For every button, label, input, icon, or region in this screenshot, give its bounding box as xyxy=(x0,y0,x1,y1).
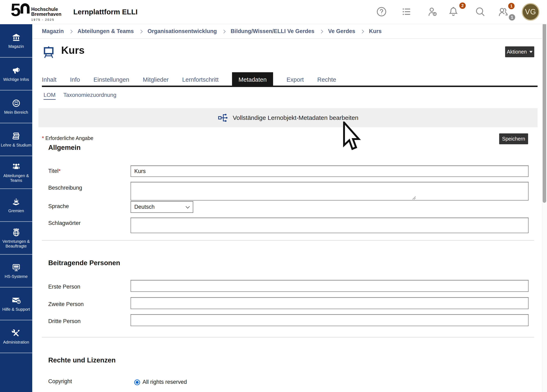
sidebar-item-mein-bereich[interactable]: Mein Bereich xyxy=(0,90,32,123)
chevron-right-icon xyxy=(69,30,73,33)
tab-bar: Inhalt Info Einstellungen Mitglieder Ler… xyxy=(42,72,350,87)
sidebar-item-hs-systeme[interactable]: HS-Systeme xyxy=(0,254,32,287)
tab-rechte[interactable]: Rechte xyxy=(317,72,336,87)
erste-person-label: Erste Person xyxy=(48,284,80,290)
app-title: Lernplattform ELLI xyxy=(73,8,137,16)
breadcrumb-item[interactable]: Bildung/Wissen/ELLI Ve Gerdes xyxy=(231,28,314,34)
copyright-radio-selected[interactable] xyxy=(134,379,140,385)
sidebar-item-gremien[interactable]: Gremien xyxy=(0,189,32,221)
hochschule-bremerhaven-logo[interactable]: 5 Hochschule Bremerhaven 1975 - 2025 xyxy=(11,1,62,21)
books-icon xyxy=(12,131,21,141)
tab-metadaten-active[interactable]: Metadaten xyxy=(232,72,273,87)
titel-input[interactable] xyxy=(130,165,528,177)
actions-button[interactable]: Aktionen xyxy=(505,46,534,57)
subtab-taxonomiezuordnung[interactable]: Taxonomiezuordnung xyxy=(63,92,116,98)
scrollbar-thumb[interactable] xyxy=(543,23,546,203)
search-icon[interactable] xyxy=(474,5,486,18)
list-icon[interactable] xyxy=(400,5,413,18)
logo-arch-glyph xyxy=(21,3,30,14)
subtab-lom[interactable]: LOM xyxy=(43,92,56,100)
breadcrumb: Magazin Abteilungen & Teams Organisation… xyxy=(32,24,542,39)
dritte-person-label: Dritte Person xyxy=(48,318,81,324)
logo-name: Hochschule Bremerhaven xyxy=(31,7,62,17)
breadcrumb-item[interactable]: Organisationsentwicklung xyxy=(148,28,217,34)
schlagwoerter-label: Schlagwörter xyxy=(48,220,81,226)
notifications-bell-icon[interactable] xyxy=(447,5,460,18)
user-avatar[interactable]: VG xyxy=(522,3,539,21)
sidebar-item-vertretungen-beauftragte[interactable]: Vertretungen & Beauftragte xyxy=(0,221,32,254)
logo-50-glyph: 5 xyxy=(11,1,20,19)
globe-people-icon xyxy=(12,228,21,237)
section-heading-allgemein: Allgemein xyxy=(48,144,81,151)
schlagwoerter-input[interactable] xyxy=(130,217,528,233)
erste-person-input[interactable] xyxy=(130,280,528,292)
chevron-right-icon xyxy=(319,30,323,33)
page-title: Kurs xyxy=(61,44,85,56)
contacts-new-badge: 1 xyxy=(508,3,514,9)
chevron-right-icon xyxy=(360,30,364,33)
bank-icon xyxy=(12,33,21,42)
copyright-option-label: All rights reserved xyxy=(143,379,187,385)
chevron-right-icon xyxy=(222,30,226,33)
monitor-icon xyxy=(12,263,21,272)
titel-required-star: * xyxy=(59,168,61,174)
mail-question-icon xyxy=(12,296,21,305)
dritte-person-input[interactable] xyxy=(130,314,528,326)
sidebar-item-lehre-studium[interactable]: Lehre & Studium xyxy=(0,123,32,155)
megaphone-icon xyxy=(12,66,21,75)
breadcrumb-item[interactable]: Ve Gerdes xyxy=(328,28,355,34)
contacts-seen-badge: 1 xyxy=(509,14,515,20)
notifications-badge: 2 xyxy=(459,2,466,9)
titel-label: Titel* xyxy=(48,168,61,174)
chevron-down-icon xyxy=(186,204,190,209)
edit-full-metadata-button[interactable]: Vollständige Lernobjekt-Metadaten bearbe… xyxy=(38,108,538,127)
metadata-tree-icon xyxy=(218,112,229,123)
breadcrumb-item[interactable]: Magazin xyxy=(42,28,64,34)
help-icon[interactable] xyxy=(375,5,388,18)
tab-export[interactable]: Export xyxy=(287,72,304,87)
zweite-person-input[interactable] xyxy=(130,297,528,309)
copyright-label: Copyright xyxy=(48,378,72,385)
tab-mitglieder[interactable]: Mitglieder xyxy=(143,72,169,87)
zweite-person-label: Zweite Person xyxy=(48,301,84,307)
section-heading-beitragende: Beitragende Personen xyxy=(48,259,120,267)
subtab-bar: LOM Taxonomiezuordnung xyxy=(43,92,116,100)
beschreibung-textarea[interactable] xyxy=(130,182,528,201)
who-is-online-icon[interactable] xyxy=(426,5,439,18)
sprache-label: Sprache xyxy=(48,203,69,210)
sidebar-filler xyxy=(0,353,32,392)
top-header: 5 Hochschule Bremerhaven 1975 - 2025 Ler… xyxy=(0,0,547,24)
caret-down-icon xyxy=(529,51,533,53)
sidebar-item-magazin[interactable]: Magazin xyxy=(0,24,32,57)
logo-years: 1975 - 2025 xyxy=(31,18,62,21)
sidebar-item-abteilungen-teams[interactable]: Abteilungen & Teams xyxy=(0,155,32,189)
tab-info[interactable]: Info xyxy=(70,72,80,87)
tab-inhalt[interactable]: Inhalt xyxy=(42,72,56,87)
section-heading-rechte: Rechte und Lizenzen xyxy=(48,356,116,364)
main-sidebar: Magazin Wichtige Infos Mein Bereich Lehr… xyxy=(0,24,32,392)
beschreibung-label: Beschreibung xyxy=(48,185,82,191)
sidebar-item-hilfe-support[interactable]: Hilfe & Support xyxy=(0,287,32,320)
save-button[interactable]: Speichern xyxy=(499,133,528,144)
tools-icon xyxy=(12,328,21,338)
tab-underline xyxy=(42,86,538,87)
sidebar-item-administration[interactable]: Administration xyxy=(0,320,32,353)
breadcrumb-item[interactable]: Abteilungen & Teams xyxy=(78,28,134,34)
tab-einstellungen[interactable]: Einstellungen xyxy=(93,72,129,87)
course-easel-icon xyxy=(42,46,55,59)
chevron-right-icon xyxy=(139,30,143,33)
tab-lernfortschritt[interactable]: Lernfortschritt xyxy=(182,72,219,87)
section-divider xyxy=(42,240,534,241)
contacts-icon[interactable] xyxy=(497,5,509,18)
required-note: * Erforderliche Angabe xyxy=(42,135,93,142)
textarea-resize-grip[interactable] xyxy=(412,196,416,199)
breadcrumb-item-current[interactable]: Kurs xyxy=(369,28,382,34)
section-divider xyxy=(42,337,534,338)
committee-icon xyxy=(12,197,21,206)
sprache-select[interactable]: Deutsch xyxy=(130,201,193,213)
sidebar-item-wichtige-infos[interactable]: Wichtige Infos xyxy=(0,57,32,90)
people-group-icon xyxy=(12,162,21,171)
smiley-icon xyxy=(12,99,21,108)
required-star: * xyxy=(42,135,44,141)
